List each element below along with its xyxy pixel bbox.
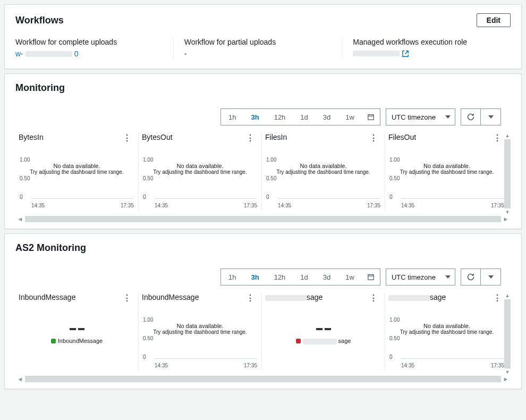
x-axis-ticks: 14:3517:35 [31, 203, 134, 208]
legend-swatch [296, 339, 301, 343]
external-link-icon [402, 50, 409, 57]
chart-menu-button[interactable]: ⋮ [121, 293, 133, 304]
chart-body: No data available. Try adjusting the das… [141, 147, 259, 211]
chart-card: InboundMessage ⋮ No data available. Try … [139, 293, 262, 371]
as2-toolbar: 1h3h12h1d3d1w UTC timezone [15, 268, 501, 285]
time-range-3h[interactable]: 3h [243, 109, 266, 125]
actions-dropdown-button[interactable] [481, 268, 501, 285]
workflow-partial-col: Workflow for partial uploads - [174, 38, 343, 58]
chart-title: InboundMessage [19, 293, 75, 301]
no-value-indicator [18, 328, 136, 330]
caret-down-icon [488, 115, 494, 119]
as2-title: AS2 Monitoring [15, 242, 86, 254]
chart-menu-button[interactable]: ⋮ [367, 133, 379, 144]
time-range-1h[interactable]: 1h [221, 109, 243, 125]
redacted-text [388, 295, 430, 301]
y-axis-ticks: 1.000.500 [20, 157, 30, 200]
time-range-3d[interactable]: 3d [316, 109, 338, 125]
workflow-role-link[interactable] [353, 50, 409, 57]
time-range-1w[interactable]: 1w [338, 269, 362, 285]
chart-menu-button[interactable]: ⋮ [121, 133, 133, 144]
horizontal-scrollbar[interactable]: ◄ ► [15, 215, 511, 223]
chart-empty-message: No data available. Try adjusting the das… [387, 163, 506, 175]
workflow-complete-label: Workflow for complete uploads [15, 38, 163, 46]
monitoring-title: Monitoring [15, 82, 65, 94]
chart-menu-button[interactable]: ⋮ [367, 293, 379, 304]
chart-title: InboundMessage [142, 293, 199, 301]
chart-menu-button[interactable]: ⋮ [491, 293, 503, 304]
legend-label: sage [303, 338, 351, 345]
workflow-role-col: Managed workflows execution role [342, 38, 511, 58]
y-axis-ticks: 1.000.500 [389, 157, 400, 200]
vertical-scrollbar[interactable]: ▲ ▼ [504, 133, 511, 215]
x-axis-ticks: 14:3517:35 [155, 363, 257, 368]
monitoring-toolbar: 1h3h12h1d3d1w UTC timezone [15, 108, 501, 125]
time-range-1h[interactable]: 1h [221, 269, 243, 285]
timezone-select[interactable]: UTC timezone [386, 108, 455, 125]
chart-title: FilesIn [265, 133, 287, 141]
workflow-complete-col: Workflow for complete uploads w-0 [15, 38, 174, 58]
actions-dropdown-button[interactable] [481, 108, 501, 125]
chart-empty-message: No data available. Try adjusting the das… [141, 163, 259, 175]
chart-menu-button[interactable]: ⋮ [244, 133, 256, 144]
chart-empty-message: No data available. Try adjusting the das… [18, 163, 136, 175]
chart-empty-message: No data available. Try adjusting the das… [264, 163, 383, 175]
y-axis-ticks: 1.000.500 [389, 317, 400, 360]
as2-monitoring-panel: AS2 Monitoring 1h3h12h1d3d1w UTC timezon… [4, 233, 522, 389]
timezone-select[interactable]: UTC timezone [386, 268, 455, 285]
workflow-complete-link[interactable]: w-0 [15, 49, 79, 58]
legend-swatch [51, 339, 56, 343]
chart-body: No data available. Try adjusting the das… [18, 147, 136, 211]
monitoring-charts-row: BytesIn ⋮ No data available. Try adjusti… [15, 133, 511, 215]
chart-menu-button[interactable]: ⋮ [244, 293, 256, 304]
time-range-1d[interactable]: 1d [293, 109, 315, 125]
legend-label: InboundMessage [58, 338, 103, 344]
calendar-icon [367, 113, 375, 121]
y-axis-ticks: 1.000.500 [143, 317, 153, 360]
chart-title: sage [265, 293, 323, 301]
time-range-1d[interactable]: 1d [293, 269, 315, 285]
time-range-12h[interactable]: 12h [267, 109, 293, 125]
chart-card: InboundMessage ⋮ InboundMessage [15, 293, 139, 371]
time-range-group: 1h3h12h1d3d1w [220, 108, 380, 125]
redacted-text [26, 51, 72, 57]
caret-down-icon [445, 115, 451, 119]
chart-body: sage [264, 307, 383, 371]
refresh-button[interactable] [461, 268, 481, 285]
as2-charts-row: InboundMessage ⋮ InboundMessage InboundM… [15, 293, 511, 375]
redacted-text [265, 295, 307, 301]
time-range-3h[interactable]: 3h [243, 269, 266, 285]
svg-rect-0 [368, 115, 374, 120]
chart-body: InboundMessage [18, 307, 136, 371]
chart-empty-message: No data available. Try adjusting the das… [141, 323, 259, 335]
chart-card: FilesIn ⋮ No data available. Try adjusti… [262, 133, 385, 211]
x-axis-ticks: 14:3517:35 [278, 203, 380, 208]
chart-title: FilesOut [388, 133, 416, 141]
workflow-partial-value: - [184, 49, 332, 58]
horizontal-scrollbar[interactable]: ◄ ► [15, 375, 511, 383]
calendar-icon [367, 273, 375, 281]
chart-body: No data available. Try adjusting the das… [387, 147, 506, 211]
chart-menu-button[interactable]: ⋮ [491, 133, 503, 144]
workflows-panel: Workflows Edit Workflow for complete upl… [4, 4, 522, 69]
chart-body: No data available. Try adjusting the das… [387, 307, 506, 371]
refresh-button[interactable] [461, 108, 481, 125]
calendar-button[interactable] [362, 269, 380, 285]
refresh-icon [466, 113, 475, 121]
chart-card: FilesOut ⋮ No data available. Try adjust… [385, 133, 508, 211]
time-range-group: 1h3h12h1d3d1w [220, 268, 380, 285]
monitoring-panel: Monitoring 1h3h12h1d3d1w UTC timezone [4, 73, 522, 229]
chart-legend: sage [264, 338, 383, 345]
workflow-partial-label: Workflow for partial uploads [184, 38, 332, 46]
x-axis-ticks: 14:3517:35 [401, 203, 504, 208]
time-range-1w[interactable]: 1w [338, 109, 362, 125]
calendar-button[interactable] [362, 109, 380, 125]
no-value-indicator [264, 328, 383, 330]
time-range-3d[interactable]: 3d [316, 269, 338, 285]
refresh-icon [466, 273, 475, 281]
time-range-12h[interactable]: 12h [267, 269, 293, 285]
edit-button[interactable]: Edit [477, 13, 511, 27]
vertical-scrollbar[interactable]: ▲ ▼ [504, 293, 511, 375]
caret-down-icon [488, 275, 494, 279]
workflow-role-label: Managed workflows execution role [353, 38, 500, 46]
